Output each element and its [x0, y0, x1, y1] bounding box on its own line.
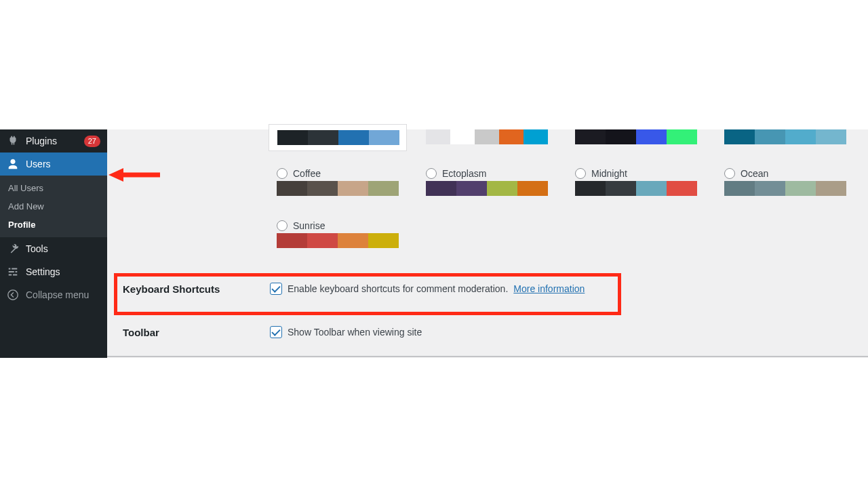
- scheme-name: Ectoplasm: [442, 168, 486, 179]
- sidebar-item-settings[interactable]: Settings: [0, 260, 107, 283]
- sidebar-item-label: Tools: [26, 243, 100, 254]
- divider: [107, 356, 868, 357]
- admin-sidebar: Plugins 27 Users All Users Add New Profi…: [0, 129, 107, 358]
- color-swatch: [575, 129, 697, 144]
- update-count-badge: 27: [84, 136, 100, 147]
- sidebar-item-label: Plugins: [26, 136, 77, 146]
- toolbar-row: Toolbar Show Toolbar when viewing site: [121, 326, 854, 338]
- plugin-icon: [7, 135, 19, 147]
- color-swatch: [277, 233, 399, 248]
- color-swatch: [426, 181, 548, 196]
- keyboard-shortcuts-checkbox[interactable]: [270, 283, 282, 295]
- keyboard-shortcuts-row: Keyboard Shortcuts Enable keyboard short…: [121, 283, 854, 295]
- scheme-name: Midnight: [591, 168, 627, 179]
- color-scheme-option[interactable]: [426, 129, 548, 146]
- color-swatch: [426, 129, 548, 144]
- radio-icon[interactable]: [277, 168, 288, 179]
- scheme-name: Coffee: [293, 168, 321, 179]
- radio-icon[interactable]: [724, 168, 735, 179]
- checkbox-label: Show Toolbar when viewing site: [288, 327, 422, 338]
- color-scheme-row: Sunrise: [277, 220, 399, 248]
- wrench-icon: [7, 243, 19, 255]
- submenu-all-users[interactable]: All Users: [0, 179, 107, 197]
- color-scheme-option[interactable]: [277, 129, 399, 146]
- radio-icon[interactable]: [277, 220, 288, 231]
- users-submenu: All Users Add New Profile: [0, 176, 107, 237]
- user-icon: [7, 158, 19, 170]
- scheme-name: Ocean: [741, 168, 768, 179]
- color-scheme-option[interactable]: [575, 129, 697, 146]
- scheme-name: Sunrise: [293, 220, 325, 231]
- color-swatch: [575, 181, 697, 196]
- color-swatch: [724, 181, 846, 196]
- more-information-link[interactable]: More information: [513, 283, 585, 294]
- sidebar-item-label: Users: [26, 159, 100, 169]
- profile-content: CoffeeEctoplasmMidnightOcean Sunrise Key…: [107, 129, 868, 358]
- collapse-icon: [7, 289, 19, 301]
- sidebar-item-users[interactable]: Users: [0, 152, 107, 176]
- color-scheme-option[interactable]: Midnight: [575, 168, 697, 196]
- color-scheme-option[interactable]: Coffee: [277, 168, 399, 196]
- color-swatch: [277, 130, 399, 145]
- checkbox-label: Enable keyboard shortcuts for comment mo…: [288, 283, 508, 294]
- radio-icon[interactable]: [426, 168, 437, 179]
- row-label: Toolbar: [121, 327, 270, 338]
- radio-icon[interactable]: [575, 168, 586, 179]
- color-scheme-row: [277, 129, 846, 146]
- toolbar-checkbox[interactable]: [270, 326, 282, 338]
- sidebar-collapse[interactable]: Collapse menu: [0, 283, 107, 306]
- color-scheme-option[interactable]: Ocean: [724, 168, 846, 196]
- row-label: Keyboard Shortcuts: [121, 283, 270, 295]
- svg-point-0: [8, 290, 18, 300]
- color-swatch: [277, 181, 399, 196]
- color-scheme-option[interactable]: [724, 129, 846, 146]
- color-scheme-option[interactable]: Ectoplasm: [426, 168, 548, 196]
- sidebar-item-tools[interactable]: Tools: [0, 237, 107, 260]
- sidebar-item-label: Settings: [26, 266, 100, 277]
- color-scheme-row: CoffeeEctoplasmMidnightOcean: [277, 168, 846, 196]
- submenu-add-new[interactable]: Add New: [0, 197, 107, 216]
- sidebar-item-plugins[interactable]: Plugins 27: [0, 129, 107, 152]
- color-swatch: [724, 129, 846, 144]
- sidebar-item-label: Collapse menu: [26, 289, 100, 300]
- color-scheme-option[interactable]: Sunrise: [277, 220, 399, 248]
- sliders-icon: [7, 266, 19, 278]
- submenu-profile[interactable]: Profile: [0, 216, 107, 234]
